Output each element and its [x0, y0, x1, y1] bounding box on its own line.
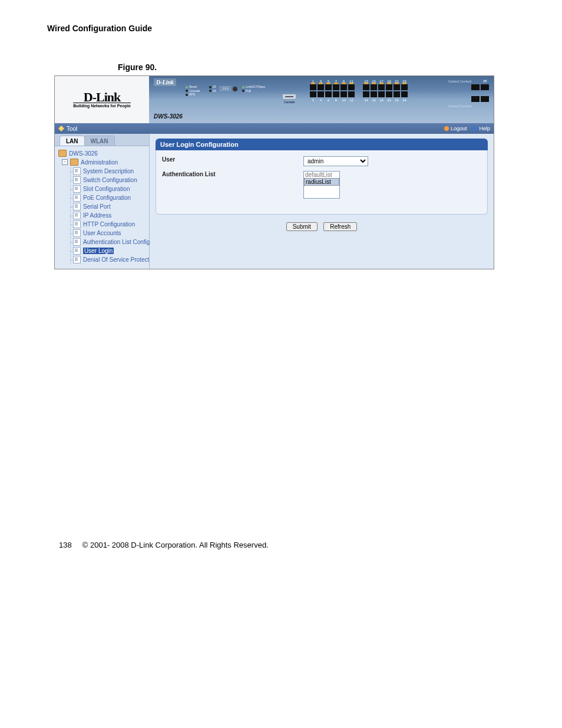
device-icon — [58, 150, 67, 157]
combo-label-bottom: Combo2 Combo4 — [448, 104, 471, 108]
page-icon — [73, 167, 81, 175]
led-link: Link/ACT/Spec — [246, 85, 265, 89]
folder-icon — [70, 159, 78, 166]
led-poe: PoE — [246, 90, 251, 93]
tree-item-poe-configuration[interactable]: PoE Configuration — [73, 193, 147, 202]
doc-header: Wired Configuration Guide — [47, 24, 527, 33]
tree-item-denial-of-service-protect[interactable]: Denial Of Service Protect — [73, 255, 147, 264]
collapse-icon[interactable]: − — [62, 159, 68, 165]
combo-ports-bottom — [471, 96, 489, 102]
combo-label-top: Combo1 Combo3 — [448, 80, 471, 83]
brand-block: D-Link Building Networks for People — [55, 76, 149, 123]
combo-ports-top — [471, 84, 489, 90]
page-icon — [73, 229, 81, 237]
tree-item-system-description[interactable]: System Description — [73, 167, 147, 176]
sidebar-tabs: LAN WLAN — [55, 134, 149, 146]
tree-item-authentication-list-config[interactable]: Authentication List Config — [73, 238, 147, 246]
nav-tree: DWS-3026 − Administration System Descrip… — [55, 146, 149, 269]
page-icon — [73, 220, 81, 228]
user-select[interactable]: admin — [303, 156, 368, 166]
led-block: Reset Console RPS — [186, 85, 200, 97]
sidebar: LAN WLAN DWS-3026 − Administration Syste… — [55, 134, 150, 269]
tree-item-switch-configuration[interactable]: Switch Configuration — [73, 176, 147, 185]
help-icon — [472, 126, 477, 131]
logout-icon — [444, 126, 449, 131]
page-icon — [73, 238, 81, 246]
logout-link[interactable]: Logout — [444, 126, 467, 131]
authlist-listbox[interactable]: defaultList radiusList — [303, 171, 340, 199]
port-numbers-bottom-right: 141618202224 — [362, 98, 408, 102]
panel-title: User Login Configuration — [156, 139, 488, 150]
tree-item-http-configuration[interactable]: HTTP Configuration — [73, 220, 147, 229]
tree-items: System Description Switch Configuration … — [70, 167, 147, 264]
page-icon — [73, 194, 81, 202]
page-icon — [73, 212, 81, 219]
device-brand: D-Link — [154, 78, 176, 86]
tree-folder-administration[interactable]: − Administration — [62, 159, 147, 166]
device-model: DWS-3026 — [154, 113, 183, 120]
led-rps: RPS — [189, 93, 195, 97]
panel-body: User admin Authentication List defaultLi… — [156, 150, 488, 215]
tree-folder-label: Administration — [81, 159, 118, 166]
brand-tagline: Building Networks for People — [73, 103, 131, 108]
led-25: 25 — [213, 85, 216, 89]
toolbar: Tool Logout Help — [55, 123, 494, 134]
main-panel: User Login Configuration User admin Auth… — [150, 134, 494, 269]
submit-button[interactable]: Submit — [286, 222, 318, 231]
led-10ge: 10GE — [220, 86, 231, 91]
app-screenshot: D-Link Building Networks for People D-Li… — [54, 75, 494, 269]
tree-item-slot-configuration[interactable]: Slot Configuration — [73, 185, 147, 193]
content-body: LAN WLAN DWS-3026 − Administration Syste… — [55, 134, 494, 269]
tree-item-serial-port[interactable]: Serial Port — [73, 202, 147, 211]
tool-label: Tool — [67, 126, 77, 132]
page-number: 138 — [59, 541, 72, 549]
tree-item-ip-address[interactable]: IP Address — [73, 211, 147, 220]
authlist-label: Authentication List — [162, 171, 303, 177]
brand-logo: D-Link — [84, 91, 120, 103]
tab-lan[interactable]: LAN — [59, 136, 85, 146]
page-icon — [73, 203, 81, 210]
port-numbers-top-right: 131517192123 — [362, 80, 408, 83]
logout-label: Logout — [451, 126, 467, 131]
port-numbers-bottom-left: 24681012 — [309, 98, 355, 102]
tab-wlan[interactable]: WLAN — [84, 136, 115, 146]
figure-caption: Figure 90. — [118, 62, 527, 72]
tree-root-label: DWS-3026 — [69, 150, 98, 157]
help-link[interactable]: Help — [472, 126, 490, 131]
device-image: D-Link DWS-3026 Reset Console RPS 25 26 … — [149, 76, 494, 123]
button-row: Submit Refresh — [156, 220, 488, 231]
page-icon — [73, 176, 81, 184]
user-label: User — [162, 156, 303, 163]
help-label: Help — [479, 126, 490, 131]
tool-icon — [58, 126, 64, 131]
page-footer: 138 © 2001- 2008 D-Link Corporation. All… — [47, 541, 527, 549]
tree-item-user-accounts[interactable]: User Accounts — [73, 229, 147, 238]
tree-root[interactable]: DWS-3026 — [58, 150, 147, 157]
copyright: © 2001- 2008 D-Link Corporation. All Rig… — [82, 541, 269, 549]
page-icon — [73, 256, 81, 263]
uplink-icon: ⇄ — [483, 78, 490, 83]
port-numbers-top-left: 1357911 — [309, 80, 355, 83]
authlist-option-default[interactable]: defaultList — [304, 172, 339, 178]
tool-menu[interactable]: Tool — [58, 126, 77, 132]
page-icon — [73, 185, 81, 193]
refresh-button[interactable]: Refresh — [323, 222, 357, 231]
banner: D-Link Building Networks for People D-Li… — [55, 76, 494, 123]
page-icon — [73, 247, 81, 255]
led-reset: Reset — [189, 85, 197, 89]
console-label: Console — [282, 100, 296, 104]
led-26: 26 — [213, 90, 216, 93]
switch-ports: 1357911 131517192123 — [309, 80, 415, 102]
authlist-option-radius[interactable]: radiusList — [304, 178, 339, 186]
tree-item-user-login[interactable]: User Login — [73, 246, 147, 255]
console-port: Console — [282, 94, 296, 104]
